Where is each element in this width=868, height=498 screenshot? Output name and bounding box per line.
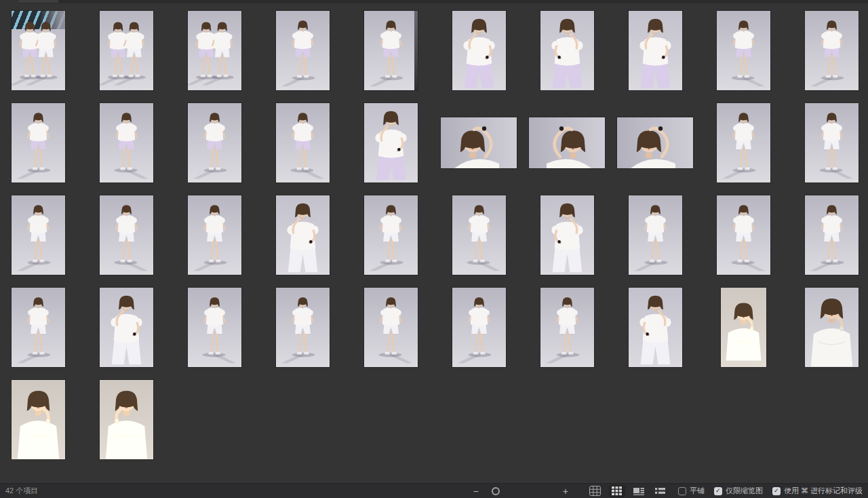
photo-thumbnail[interactable] bbox=[617, 117, 693, 168]
photo-thumbnail[interactable] bbox=[364, 11, 418, 90]
model-figure bbox=[188, 103, 241, 183]
photo-thumbnail[interactable] bbox=[364, 195, 418, 275]
status-bar: 42 个项目 − + bbox=[0, 483, 868, 498]
photo-thumbnail[interactable] bbox=[276, 103, 330, 183]
photo-thumbnail[interactable] bbox=[100, 103, 153, 183]
photo-thumbnail[interactable] bbox=[629, 288, 682, 367]
photo-thumbnail[interactable] bbox=[452, 195, 506, 275]
slider-knob[interactable] bbox=[492, 487, 500, 495]
grid-cell bbox=[435, 11, 523, 103]
photo-thumbnail[interactable] bbox=[805, 195, 859, 275]
photo-thumbnail[interactable] bbox=[12, 288, 65, 367]
thumbnails-only-checkbox-group[interactable]: ✓ 仅限缩览图 bbox=[714, 486, 763, 496]
tile-checkbox-label: 平铺 bbox=[690, 486, 705, 496]
model-figure bbox=[364, 288, 418, 367]
grid-cell bbox=[699, 103, 787, 195]
photo-thumbnail[interactable] bbox=[188, 11, 241, 90]
grid-cell bbox=[699, 195, 787, 288]
model-figure bbox=[12, 11, 65, 90]
photo-thumbnail[interactable] bbox=[188, 195, 241, 275]
photo-thumbnail[interactable] bbox=[540, 195, 594, 275]
model-figure bbox=[100, 103, 153, 183]
model-figure bbox=[717, 103, 770, 183]
model-figure bbox=[617, 117, 693, 168]
grid-cell bbox=[523, 195, 611, 288]
photo-thumbnail[interactable] bbox=[12, 380, 65, 459]
grid-outline-icon[interactable] bbox=[587, 485, 604, 497]
photo-thumbnail[interactable] bbox=[12, 195, 65, 275]
model-figure bbox=[629, 195, 682, 275]
photo-thumbnail[interactable] bbox=[629, 195, 682, 275]
zoom-in-button[interactable]: + bbox=[560, 486, 571, 496]
model-figure bbox=[12, 288, 65, 367]
photo-thumbnail[interactable] bbox=[805, 288, 859, 367]
model-figure bbox=[364, 11, 418, 90]
model-figure bbox=[188, 288, 241, 367]
thumbnail-grid bbox=[0, 11, 868, 472]
model-figure bbox=[717, 11, 770, 90]
photo-thumbnail[interactable] bbox=[100, 11, 153, 90]
grid-cell bbox=[82, 288, 170, 380]
photo-thumbnail[interactable] bbox=[629, 11, 682, 90]
grid-cell bbox=[787, 288, 868, 380]
model-figure bbox=[529, 117, 605, 168]
grid-cell bbox=[258, 195, 347, 288]
photo-thumbnail[interactable] bbox=[452, 11, 506, 90]
photo-thumbnail[interactable] bbox=[12, 103, 65, 183]
photo-thumbnail[interactable] bbox=[100, 380, 153, 459]
grid-cell bbox=[435, 288, 523, 380]
photo-thumbnail[interactable] bbox=[717, 195, 770, 275]
content-view-icon[interactable] bbox=[631, 485, 647, 497]
grid-filled-icon[interactable] bbox=[609, 485, 625, 497]
photo-thumbnail[interactable] bbox=[100, 195, 153, 275]
photo-thumbnail[interactable] bbox=[721, 288, 766, 367]
grid-cell bbox=[787, 195, 868, 288]
grid-cell bbox=[82, 103, 170, 195]
tile-checkbox-group[interactable]: 平铺 bbox=[678, 486, 705, 496]
photo-thumbnail[interactable] bbox=[805, 103, 859, 183]
grid-cell bbox=[0, 11, 82, 103]
grid-cell bbox=[611, 103, 699, 195]
photo-thumbnail[interactable] bbox=[805, 11, 859, 90]
item-count-label: 42 个项目 bbox=[5, 486, 38, 496]
photo-thumbnail[interactable] bbox=[540, 288, 594, 367]
photo-thumbnail[interactable] bbox=[364, 103, 418, 183]
grid-cell bbox=[523, 288, 611, 380]
model-figure bbox=[540, 195, 594, 275]
photo-thumbnail[interactable] bbox=[364, 288, 418, 367]
model-figure bbox=[276, 195, 330, 275]
model-figure bbox=[188, 195, 241, 275]
zoom-out-button[interactable]: − bbox=[471, 486, 481, 496]
grid-cell bbox=[82, 380, 170, 472]
photo-thumbnail[interactable] bbox=[717, 11, 770, 90]
model-figure bbox=[805, 195, 859, 275]
photo-thumbnail[interactable] bbox=[276, 288, 330, 367]
model-figure bbox=[276, 11, 330, 90]
model-figure bbox=[276, 103, 330, 183]
photo-thumbnail[interactable] bbox=[276, 195, 330, 275]
photo-thumbnail[interactable] bbox=[188, 288, 241, 367]
cmd-rating-checkbox-group[interactable]: ✓ 使用 ⌘ 进行标记和评级 bbox=[772, 486, 863, 496]
thumbnail-size-slider[interactable] bbox=[483, 484, 559, 498]
grid-cell bbox=[347, 288, 435, 380]
photo-thumbnail[interactable] bbox=[717, 103, 770, 183]
model-figure bbox=[276, 288, 330, 367]
photo-thumbnail[interactable] bbox=[276, 11, 330, 90]
grid-cell bbox=[0, 195, 82, 288]
cmd-rating-checkbox[interactable]: ✓ bbox=[772, 487, 781, 495]
tile-checkbox[interactable] bbox=[678, 487, 686, 495]
photo-thumbnail[interactable] bbox=[452, 288, 506, 367]
photo-thumbnail[interactable] bbox=[12, 11, 65, 90]
grid-cell bbox=[0, 103, 82, 195]
model-figure bbox=[805, 11, 859, 90]
photo-thumbnail[interactable] bbox=[529, 117, 605, 168]
model-figure bbox=[12, 380, 65, 459]
photo-thumbnail[interactable] bbox=[540, 11, 594, 90]
model-figure bbox=[452, 11, 506, 90]
photo-thumbnail[interactable] bbox=[441, 117, 517, 168]
model-figure bbox=[364, 103, 418, 183]
photo-thumbnail[interactable] bbox=[188, 103, 241, 183]
photo-thumbnail[interactable] bbox=[100, 288, 153, 367]
list-view-icon[interactable] bbox=[652, 485, 669, 497]
thumbnails-only-checkbox[interactable]: ✓ bbox=[714, 487, 722, 495]
